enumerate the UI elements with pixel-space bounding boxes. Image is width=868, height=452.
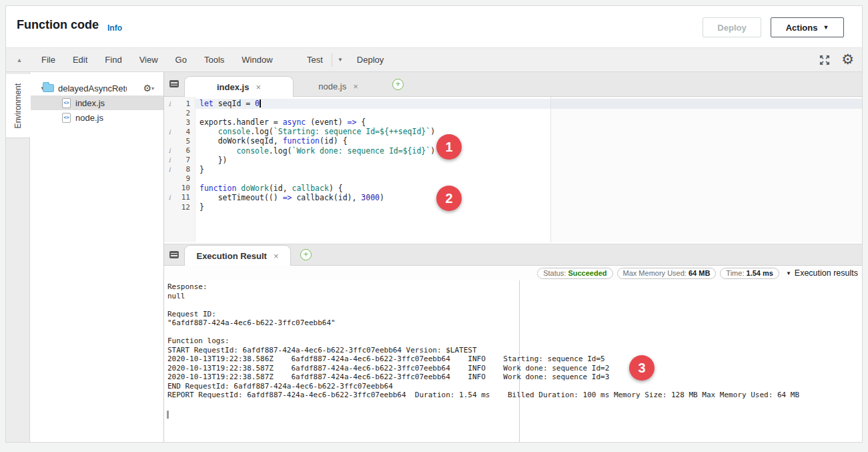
tab-list-icon[interactable] <box>164 78 184 90</box>
log-line <box>167 328 862 337</box>
menu-edit[interactable]: Edit <box>64 55 96 65</box>
log-line: END RequestId: 6afdf887-424a-4ec6-b622-3… <box>167 382 862 391</box>
log-line: 2020-10-13T19:22:38.587Z 6afdf887-424a-4… <box>167 364 862 373</box>
panel-header: Function code Info Deploy Actions ▼ <box>6 6 862 47</box>
tab-close-icon[interactable]: × <box>256 82 261 92</box>
code-text: } <box>190 165 204 174</box>
code-token: let <box>199 99 213 108</box>
badge-maxmemoryused: Max Memory Used: 64 MB <box>617 268 717 279</box>
log-line <box>167 300 862 310</box>
menu-tools[interactable]: Tools <box>195 55 233 65</box>
execution-results-dropdown[interactable]: ▼ Execution results <box>786 268 858 278</box>
code-text: }) <box>190 156 228 165</box>
environment-tab[interactable]: Environment <box>6 74 30 138</box>
line-number: 12 <box>175 203 190 212</box>
info-link[interactable]: Info <box>107 23 122 33</box>
tree-file-rows: <>index.js<>node.js <box>31 95 163 125</box>
code-line: 9 <box>164 174 862 184</box>
collapse-menubar-icon[interactable]: ▲ <box>6 57 33 63</box>
code-token: } <box>199 165 204 174</box>
code-token: doWork <box>241 184 269 193</box>
execution-status-row: Status: SucceededMax Memory Used: 64 MBT… <box>164 266 862 280</box>
code-line: i7 }) <box>164 156 862 165</box>
tree-settings-gear-icon[interactable]: ⚙▾ <box>143 83 154 93</box>
code-token: async <box>283 118 306 127</box>
execution-output[interactable]: Response:null Request ID:"6afdf887-424a-… <box>164 280 862 442</box>
line-number: 7 <box>175 156 190 164</box>
code-token: ) { <box>329 184 343 193</box>
code-token: callback <box>292 184 329 193</box>
gutter-info-icon: i <box>164 147 175 154</box>
log-line: REPORT RequestId: 6afdf887-424a-4ec6-b62… <box>167 391 862 400</box>
chevron-down-icon: ▼ <box>786 270 791 276</box>
menu-find[interactable]: Find <box>96 55 130 65</box>
editor-tabbar: index.js×node.js× + <box>164 72 862 97</box>
code-lines: i1let seqId = 023exports.handler = async… <box>164 99 862 212</box>
code-editor[interactable]: i1let seqId = 023exports.handler = async… <box>164 97 862 242</box>
code-token: exports.handler = <box>199 118 283 127</box>
settings-gear-icon[interactable]: ⚙ <box>841 53 854 67</box>
code-line: i4 console.log(`Starting: sequence Id=${… <box>164 127 862 136</box>
code-token: ) <box>380 193 384 202</box>
deploy-button[interactable]: Deploy <box>703 17 761 37</box>
badge-time: Time: 1.54 ms <box>720 268 779 279</box>
code-token: doWork(seqId, <box>199 136 283 146</box>
line-number: 4 <box>175 128 190 136</box>
file-name: index.js <box>75 98 105 108</box>
code-line: 3exports.handler = async (event) => { <box>164 118 862 127</box>
menu-window[interactable]: Window <box>233 55 281 65</box>
results-tab-list-icon[interactable] <box>164 249 184 261</box>
code-token: .log( <box>250 127 274 136</box>
file-name: node.js <box>75 113 103 123</box>
line-number: 1 <box>175 99 190 108</box>
new-tab-icon[interactable]: + <box>392 79 404 90</box>
fullscreen-icon[interactable] <box>819 54 831 66</box>
menu-file[interactable]: File <box>33 55 64 65</box>
test-dropdown-icon[interactable]: ▼ <box>332 57 348 63</box>
code-token: ) <box>430 127 435 136</box>
code-token: function <box>199 184 236 193</box>
output-log: Response:null Request ID:"6afdf887-424a-… <box>167 282 862 400</box>
tab-execution-result[interactable]: Execution Result× <box>184 245 291 266</box>
tab-index-js[interactable]: index.js× <box>184 76 294 97</box>
badge-value: 64 MB <box>689 269 710 277</box>
actions-button-label: Actions <box>786 23 818 33</box>
tree-file-index-js[interactable]: <>index.js <box>31 95 163 110</box>
environment-strip: Environment <box>6 72 30 442</box>
code-token: console <box>236 146 268 156</box>
code-text: function doWork(id, callback) { <box>190 184 343 193</box>
code-token: `Starting: sequence Id=${++seqId}` <box>274 127 430 136</box>
code-token: `Work done: sequence Id=${id}` <box>292 146 430 156</box>
results-new-tab-icon[interactable]: + <box>300 249 312 260</box>
tab-close-icon[interactable]: × <box>353 81 358 91</box>
results-tabbar: Execution Result× + <box>164 244 862 266</box>
tab-label: Execution Result <box>196 251 266 261</box>
tab-label: index.js <box>217 82 249 92</box>
code-text: console.log(`Work done: sequence Id=${id… <box>190 146 435 156</box>
folder-disclosure-icon[interactable]: ▼ <box>31 85 43 91</box>
gutter-info-icon: i <box>164 166 175 173</box>
line-number: 3 <box>175 118 190 127</box>
code-token: (event) <box>306 118 347 127</box>
line-number: 10 <box>175 184 190 192</box>
tree-folder-row[interactable]: ▼ delayedAsyncReturn ⚙▾ <box>31 81 163 95</box>
ide-menubar: ▲ FileEditFindViewGoToolsWindow Test ▼ D… <box>6 47 862 72</box>
tab-close-icon[interactable]: × <box>274 251 279 261</box>
js-file-icon: <> <box>62 113 71 123</box>
code-token: console <box>218 127 250 136</box>
callout-badge-3: 3 <box>629 355 655 381</box>
editor-pane: index.js×node.js× + i1let seqId = 023exp… <box>164 72 862 442</box>
menu-test[interactable]: Test <box>298 48 332 71</box>
chevron-down-icon: ▼ <box>823 24 829 31</box>
gutter-info-icon: i <box>164 194 175 201</box>
menu-view[interactable]: View <box>131 55 167 65</box>
log-line: 2020-10-13T19:22:38.587Z 6afdf887-424a-4… <box>167 373 862 382</box>
gutter-info-icon: i <box>164 128 175 136</box>
tree-file-node-js[interactable]: <>node.js <box>31 110 163 125</box>
menu-deploy[interactable]: Deploy <box>348 48 392 71</box>
tab-node-js[interactable]: node.js× <box>294 76 383 96</box>
actions-button[interactable]: Actions ▼ <box>771 17 844 37</box>
menu-go[interactable]: Go <box>167 55 195 65</box>
code-token: => <box>348 118 357 127</box>
code-token: seqId = <box>213 99 255 108</box>
